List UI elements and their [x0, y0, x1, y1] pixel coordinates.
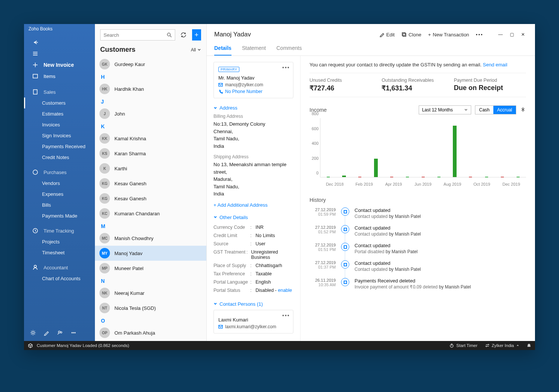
- avatar: KC: [99, 208, 110, 219]
- sidebar-item-payments-received[interactable]: Payments Received: [24, 141, 95, 152]
- sidebar-item-timesheet[interactable]: Timesheet: [24, 247, 95, 258]
- edit-action[interactable]: Edit: [379, 32, 395, 38]
- customer-row[interactable]: KGKesav Ganesh: [95, 176, 206, 191]
- window-close[interactable]: ✕: [518, 29, 528, 40]
- customer-row[interactable]: GKGurdeep Kaur: [95, 57, 206, 72]
- customer-row[interactable]: OPOm Parkash Ahuja: [95, 325, 206, 340]
- contact-persons-toggle[interactable]: Contact Persons (1): [213, 301, 293, 307]
- card-more-button[interactable]: •••: [282, 312, 290, 318]
- back-button[interactable]: [24, 37, 95, 48]
- customer-row[interactable]: MYManoj Yadav: [95, 246, 206, 261]
- sidebar-item-chart-of-accounts[interactable]: Chart of Accounts: [24, 273, 95, 284]
- nav-purchases-head[interactable]: Purchases: [24, 167, 95, 178]
- nav-time-head[interactable]: Time Tracking: [24, 225, 95, 236]
- customer-row[interactable]: HKHardhik Khan: [95, 81, 206, 96]
- shipping-address: No 13, Meenakshi amman temple street,Mad…: [213, 161, 293, 198]
- sidebar-item-estimates[interactable]: Estimates: [24, 108, 95, 119]
- sidebar-item-invoices[interactable]: Invoices: [24, 119, 95, 130]
- window-maximize[interactable]: ▢: [506, 29, 517, 40]
- customer-row[interactable]: KGKesav Ganesh: [95, 191, 206, 206]
- sidebar-item-vendors[interactable]: Vendors: [24, 178, 95, 189]
- history-item: 27.12.201901:51 PMContact updatedPortal …: [310, 243, 526, 260]
- baseline-tick: [517, 177, 520, 177]
- sidebar-item-bills[interactable]: Bills: [24, 200, 95, 210]
- right-detail-column: You can request your contact to directly…: [301, 56, 535, 341]
- nav-items[interactable]: Items: [24, 71, 95, 82]
- range-label: Last 12 Months: [422, 107, 453, 113]
- primary-email: manoj@zylker.com: [225, 82, 263, 87]
- more-action[interactable]: •••: [476, 32, 483, 38]
- left-detail-column: PRIMARY ••• Mr. Manoj Yadav manoj@zylker…: [207, 56, 301, 341]
- customer-row[interactable]: KKKamal Krishna: [95, 131, 206, 146]
- sidebar-item-sign-invoices[interactable]: Sign Invoices: [24, 130, 95, 141]
- customer-row[interactable]: NTNicola Tesla (SGD): [95, 300, 206, 315]
- status-bar: Customer Manoj Yadav Loaded (0.862 secon…: [24, 341, 535, 350]
- sidebar-item-credit-notes[interactable]: Credit Notes: [24, 152, 95, 163]
- new-transaction-action[interactable]: +New Transaction: [428, 32, 469, 38]
- customer-row[interactable]: NKNeeraj Kumar: [95, 285, 206, 300]
- sidebar-item-expenses[interactable]: Expenses: [24, 189, 95, 200]
- history-item: 27.12.201901:52 PMContact updatedContact…: [310, 225, 526, 243]
- edit-button[interactable]: [41, 327, 52, 338]
- filter-label: All: [191, 47, 196, 53]
- gear-icon: [30, 330, 36, 336]
- mail-icon: [218, 324, 223, 329]
- primary-phone[interactable]: No Phone Number: [225, 89, 262, 94]
- more-button[interactable]: [68, 327, 79, 338]
- sidebar-item-customers[interactable]: Customers: [24, 98, 95, 108]
- contact-persons-heading: Contact Persons (1): [219, 301, 263, 307]
- customer-row[interactable]: JJohn: [95, 106, 206, 121]
- chart-settings-button[interactable]: [520, 107, 526, 114]
- start-timer-button[interactable]: Start Timer: [449, 343, 477, 348]
- search-input[interactable]: [104, 32, 167, 38]
- menu-button[interactable]: [24, 48, 95, 59]
- toggle-cash[interactable]: Cash: [475, 106, 493, 114]
- svg-point-2: [33, 170, 38, 174]
- refresh-button[interactable]: [179, 29, 188, 41]
- new-invoice-button[interactable]: New Invoice: [24, 59, 95, 71]
- history-marker-icon: [341, 278, 349, 286]
- alpha-header: K: [95, 121, 206, 131]
- sidebar-item-payments-made[interactable]: Payments Made: [24, 210, 95, 221]
- notifications-button[interactable]: [527, 343, 531, 348]
- add-address-link[interactable]: + Add Additional Address: [213, 202, 293, 208]
- customer-scroll[interactable]: GKGurdeep KaurHHKHardhik KhanJJJohnKKKKa…: [95, 57, 206, 341]
- other-details-toggle[interactable]: Other Details: [213, 215, 293, 220]
- card-more-button[interactable]: •••: [282, 65, 290, 71]
- customer-row[interactable]: MCManish Chowdhry: [95, 231, 206, 246]
- nav-accountant-head[interactable]: Accountant: [24, 262, 95, 273]
- date-range-select[interactable]: Last 12 Months: [419, 105, 471, 114]
- history-desc: Contact updated by Manish Patel: [355, 214, 421, 219]
- tab-details[interactable]: Details: [214, 45, 231, 56]
- toggle-accrual[interactable]: Accrual: [493, 106, 516, 114]
- sidebar-item-projects[interactable]: Projects: [24, 236, 95, 247]
- address-section-toggle[interactable]: Address: [213, 105, 293, 111]
- customer-row[interactable]: KSKaran Sharma: [95, 146, 206, 161]
- customer-row[interactable]: MPMuneer Patel: [95, 261, 206, 276]
- chevron-down-icon: [464, 108, 468, 112]
- tab-statement[interactable]: Statement: [242, 45, 266, 56]
- org-switcher[interactable]: Zylker India: [485, 343, 519, 348]
- enable-link[interactable]: enable: [278, 288, 292, 293]
- add-customer-button[interactable]: +: [192, 29, 201, 41]
- customer-row[interactable]: KCKumaran Chandaran: [95, 206, 206, 221]
- nav-sales-head[interactable]: Sales: [24, 86, 95, 98]
- svg-rect-15: [219, 325, 222, 328]
- detail-row: Credit Limit:No Limits: [213, 231, 293, 240]
- customer-row[interactable]: KKarthi: [95, 161, 206, 176]
- stat-block: Unused Credits₹727.46: [310, 78, 382, 92]
- circle-s-icon: [32, 169, 38, 175]
- window-minimize[interactable]: —: [495, 29, 506, 40]
- settings-button[interactable]: [28, 327, 38, 338]
- baseline-tick: [501, 177, 504, 177]
- send-email-link[interactable]: Send email: [483, 62, 507, 68]
- people-button[interactable]: [55, 327, 65, 338]
- timer-icon: [449, 343, 454, 348]
- tab-comments[interactable]: Comments: [276, 45, 302, 56]
- history-title: Contact updated: [355, 225, 421, 231]
- search-box[interactable]: [100, 29, 175, 41]
- filter-dropdown[interactable]: All: [191, 47, 201, 53]
- avatar: KG: [99, 193, 110, 204]
- clone-action[interactable]: Clone: [401, 32, 421, 38]
- detail-row: Tax Preference:Taxable: [213, 270, 293, 278]
